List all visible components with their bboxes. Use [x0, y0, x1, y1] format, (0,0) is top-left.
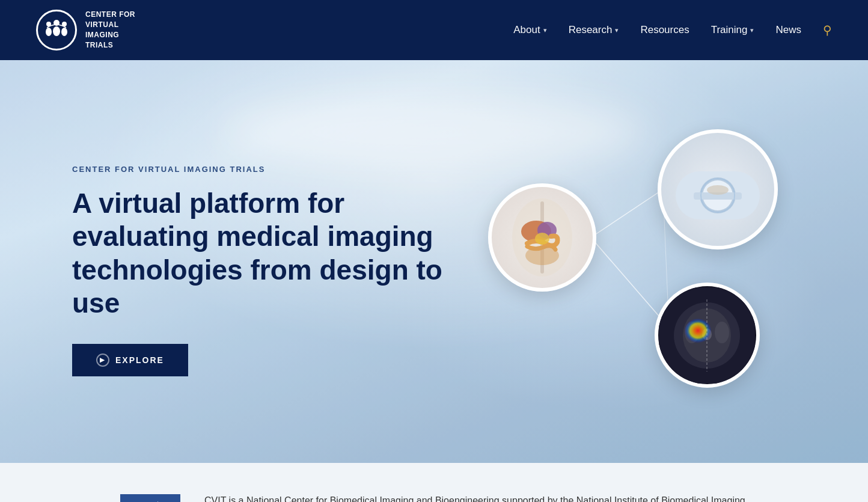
nih-info-section: NIH CVIT is a National Center for Biomed… — [0, 463, 868, 502]
hero-title: A virtual platform for evaluating medica… — [72, 187, 470, 320]
nav-training[interactable]: Training ▾ — [711, 24, 754, 36]
hero-content: CENTER FOR VIRTUAL IMAGING TRIALS A virt… — [0, 60, 868, 463]
chevron-down-icon: ▾ — [615, 26, 619, 34]
logo-area[interactable]: CENTER FOR VIRTUAL IMAGING TRIALS — [36, 10, 135, 51]
anatomy-image — [488, 183, 596, 292]
logo-icon — [36, 10, 77, 51]
svg-point-22 — [707, 185, 729, 195]
explore-button[interactable]: ▶ EXPLORE — [72, 344, 188, 376]
search-icon[interactable]: ⚲ — [823, 23, 832, 37]
svg-point-29 — [535, 233, 549, 245]
hero-text-block: CENTER FOR VIRTUAL IMAGING TRIALS A virt… — [72, 147, 470, 376]
logo-text: CENTER FOR VIRTUAL IMAGING TRIALS — [85, 10, 135, 50]
svg-point-28 — [525, 246, 559, 265]
svg-point-3 — [53, 26, 60, 36]
site-header: CENTER FOR VIRTUAL IMAGING TRIALS About … — [0, 0, 868, 60]
svg-line-7 — [591, 237, 669, 328]
svg-line-6 — [591, 189, 663, 237]
nav-about[interactable]: About ▾ — [513, 24, 546, 36]
chevron-down-icon: ▾ — [543, 26, 547, 34]
nih-logo: NIH — [120, 494, 180, 502]
nih-description: CVIT is a National Center for Biomedical… — [204, 493, 748, 502]
ct-scanner-image — [658, 129, 778, 249]
chevron-down-icon: ▾ — [750, 26, 754, 34]
nav-research[interactable]: Research ▾ — [569, 24, 619, 36]
hero-section: CENTER FOR VIRTUAL IMAGING TRIALS A virt… — [0, 60, 868, 463]
play-icon: ▶ — [96, 354, 109, 367]
main-nav: About ▾ Research ▾ Resources Training ▾ … — [513, 23, 832, 37]
nav-resources[interactable]: Resources — [640, 24, 689, 36]
svg-point-34 — [715, 322, 729, 343]
hero-illustration — [470, 111, 796, 412]
nav-news[interactable]: News — [775, 24, 801, 36]
heatmap-image — [655, 283, 760, 388]
svg-point-1 — [46, 28, 52, 36]
hero-subtitle: CENTER FOR VIRTUAL IMAGING TRIALS — [72, 165, 470, 174]
svg-point-5 — [61, 28, 67, 36]
